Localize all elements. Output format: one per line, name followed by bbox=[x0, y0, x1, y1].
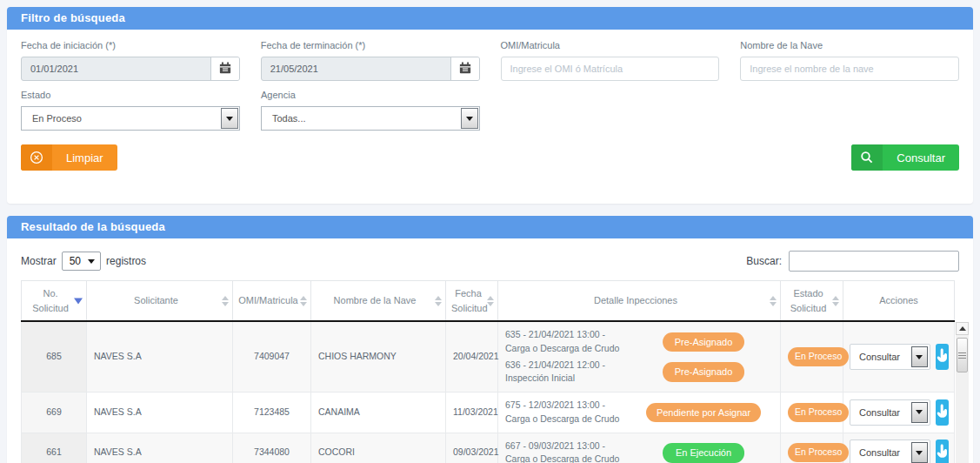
inspection-status-badge: Pre-Asignado bbox=[663, 332, 744, 352]
buscar-label: Buscar: bbox=[746, 255, 782, 267]
field-nombre-nave: Nombre de la Nave bbox=[740, 40, 959, 81]
accion-select[interactable]: Consultar bbox=[850, 440, 930, 463]
table-row: 685NAVES S.A7409047CHIOS HARMONY20/04/20… bbox=[22, 321, 955, 393]
cell-estado-solicitud: En Proceso bbox=[781, 393, 843, 433]
cell-no-solicitud: 661 bbox=[22, 433, 87, 463]
column-header-label: Detalle Inpecciones bbox=[594, 295, 677, 305]
limpiar-button[interactable]: Limpiar bbox=[21, 144, 117, 171]
hand-pointer-icon bbox=[936, 444, 949, 461]
cell-detalle-inspecciones: 675 - 12/03/2021 13:00 - Carga o Descarg… bbox=[498, 393, 781, 433]
column-header[interactable]: Estado Solicitud bbox=[781, 281, 843, 322]
column-header-label: Solicitante bbox=[134, 295, 178, 305]
fecha-iniciacion-input[interactable]: 01/01/2021 bbox=[21, 57, 240, 81]
sort-icons bbox=[487, 296, 494, 306]
fecha-terminacion-input[interactable]: 21/05/2021 bbox=[261, 57, 480, 81]
accion-select[interactable]: Consultar bbox=[850, 399, 930, 426]
fecha-terminacion-value: 21/05/2021 bbox=[262, 57, 450, 80]
cell-omi-matricula: 7123485 bbox=[233, 393, 311, 433]
consultar-button[interactable]: Consultar bbox=[851, 144, 959, 171]
estado-label: Estado bbox=[21, 90, 240, 100]
scrollbar-thumb[interactable] bbox=[957, 338, 968, 372]
accion-select[interactable]: Consultar bbox=[850, 344, 930, 370]
omi-matricula-input[interactable] bbox=[501, 57, 720, 81]
scrollbar-up-button[interactable] bbox=[956, 322, 969, 335]
arrow-up-icon bbox=[959, 326, 966, 331]
nombre-nave-input[interactable] bbox=[740, 57, 959, 81]
inspection-line: 667 - 09/03/2021 13:00 - Carga o Descarg… bbox=[505, 440, 773, 463]
fecha-iniciacion-label: Fecha de iniciación (*) bbox=[21, 40, 240, 50]
sort-icons bbox=[222, 296, 229, 306]
chevron-down-icon bbox=[221, 108, 238, 129]
fecha-iniciacion-calendar-button[interactable] bbox=[210, 57, 239, 80]
page-size-select[interactable]: 50 bbox=[62, 252, 101, 271]
table-header-row: No. SolicitudSolicitanteOMI/MatriculaNom… bbox=[22, 281, 955, 322]
fecha-iniciacion-value: 01/01/2021 bbox=[22, 57, 210, 80]
column-header-label: Nombre de la Nave bbox=[334, 295, 417, 305]
sort-icons bbox=[770, 296, 777, 306]
sort-icons bbox=[435, 296, 442, 306]
nombre-nave-label: Nombre de la Nave bbox=[740, 40, 959, 50]
column-header-label: Fecha Solicitud bbox=[451, 288, 488, 313]
inspection-status-badge: Pre-Asignado bbox=[663, 362, 744, 382]
column-header[interactable]: OMI/Matricula bbox=[233, 281, 311, 322]
calendar-icon bbox=[219, 62, 231, 77]
results-panel-title: Resultado de la búsqueda bbox=[7, 216, 973, 238]
search-control: Buscar: bbox=[746, 251, 959, 272]
fecha-terminacion-calendar-button[interactable] bbox=[450, 57, 479, 80]
table-row: 669NAVES S.A7123485CANAIMA11/03/2021675 … bbox=[22, 393, 955, 433]
omi-matricula-label: OMI/Matricula bbox=[501, 40, 720, 50]
inspection-line: 675 - 12/03/2021 13:00 - Carga o Descarg… bbox=[505, 399, 773, 426]
registros-label: registros bbox=[106, 255, 146, 267]
cell-detalle-inspecciones: 635 - 21/04/2021 13:00 - Carga o Descarg… bbox=[498, 321, 781, 393]
column-header-label: Estado Solicitud bbox=[790, 288, 827, 313]
results-table: No. SolicitudSolicitanteOMI/MatriculaNom… bbox=[21, 280, 955, 463]
cell-acciones: Consultar bbox=[843, 433, 955, 463]
field-estado: Estado En Proceso bbox=[21, 90, 240, 131]
results-table-wrap: No. SolicitudSolicitanteOMI/MatriculaNom… bbox=[21, 280, 959, 463]
results-panel: Resultado de la búsqueda Mostrar 50 regi… bbox=[7, 216, 973, 463]
column-header-label: No. Solicitud bbox=[32, 288, 69, 313]
hand-pointer-icon bbox=[936, 348, 949, 366]
column-header[interactable]: Nombre de la Nave bbox=[311, 281, 446, 322]
column-header[interactable]: Detalle Inpecciones bbox=[498, 281, 781, 322]
cell-omi-matricula: 7409047 bbox=[233, 321, 311, 393]
filter-panel-title: Filtro de búsqueda bbox=[7, 7, 973, 30]
cell-no-solicitud: 685 bbox=[22, 321, 87, 393]
cell-fecha-solicitud: 20/04/2021 bbox=[446, 321, 498, 393]
agencia-selected-value: Todas... bbox=[262, 107, 460, 130]
column-header[interactable]: Solicitante bbox=[87, 281, 233, 322]
estado-selected-value: En Proceso bbox=[22, 107, 220, 130]
inspection-line: 636 - 21/04/2021 12:00 - Inspección Inic… bbox=[505, 359, 773, 386]
cell-omi-matricula: 7344080 bbox=[233, 433, 311, 463]
estado-solicitud-badge: En Proceso bbox=[788, 403, 849, 422]
cell-acciones: Consultar bbox=[843, 393, 955, 433]
sort-icons bbox=[832, 296, 839, 306]
mostrar-label: Mostrar bbox=[21, 255, 57, 267]
execute-action-button[interactable] bbox=[936, 344, 949, 370]
execute-action-button[interactable] bbox=[936, 399, 949, 426]
search-icon bbox=[851, 144, 883, 171]
buscar-input[interactable] bbox=[789, 251, 959, 272]
column-header[interactable]: Fecha Solicitud bbox=[446, 281, 498, 322]
estado-solicitud-badge: En Proceso bbox=[788, 347, 849, 366]
inspection-line: 635 - 21/04/2021 13:00 - Carga o Descarg… bbox=[505, 328, 773, 356]
inspection-status-badge: En Ejecución bbox=[663, 443, 744, 463]
limpiar-button-label: Limpiar bbox=[52, 151, 117, 164]
execute-action-button[interactable] bbox=[936, 440, 949, 463]
field-fecha-iniciacion: Fecha de iniciación (*) 01/01/2021 bbox=[21, 40, 240, 81]
chevron-down-icon bbox=[911, 442, 928, 463]
table-scrollbar[interactable] bbox=[956, 322, 969, 463]
estado-select[interactable]: En Proceso bbox=[21, 106, 240, 131]
cell-estado-solicitud: En Proceso bbox=[781, 433, 843, 463]
agencia-select[interactable]: Todas... bbox=[261, 106, 480, 131]
accion-selected-value: Consultar bbox=[850, 440, 910, 463]
sort-desc-icon bbox=[74, 298, 83, 304]
cell-detalle-inspecciones: 667 - 09/03/2021 13:00 - Carga o Descarg… bbox=[498, 433, 781, 463]
inspection-text: 675 - 12/03/2021 13:00 - Carga o Descarg… bbox=[505, 399, 629, 426]
chevron-down-icon bbox=[461, 108, 478, 129]
inspection-text: 667 - 09/03/2021 13:00 - Carga o Descarg… bbox=[505, 440, 629, 463]
cell-fecha-solicitud: 09/03/2021 bbox=[446, 433, 498, 463]
accion-selected-value: Consultar bbox=[850, 345, 910, 369]
column-header[interactable]: No. Solicitud bbox=[22, 281, 87, 322]
cell-nombre-nave: CANAIMA bbox=[311, 393, 446, 433]
